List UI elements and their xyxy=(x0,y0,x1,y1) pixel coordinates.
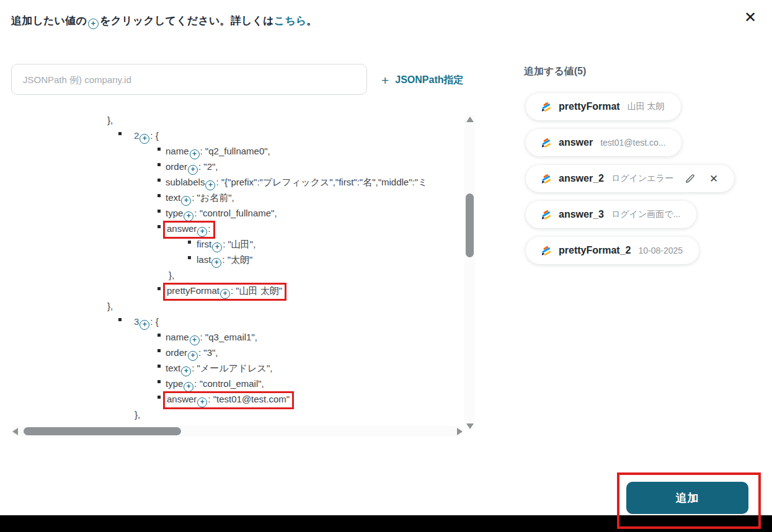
scroll-right-icon[interactable] xyxy=(457,428,463,435)
details-link[interactable]: こちら xyxy=(274,15,307,27)
add-value-icon[interactable]: + xyxy=(184,211,193,221)
jsonpath-specify-button[interactable]: + JSONPath指定 xyxy=(381,71,464,89)
tree-line-index-4: 4+: { xyxy=(0,422,464,425)
title-text-prefix: 追加したい値の xyxy=(11,15,87,27)
value-chip-prettyformat[interactable]: prettyFormat 山田 太朗 xyxy=(526,93,681,120)
title-text-suffix: をクリックしてください。詳しくは xyxy=(100,15,274,27)
scroll-up-icon[interactable] xyxy=(466,117,474,122)
bullet-icon xyxy=(158,365,161,368)
add-value-icon[interactable]: + xyxy=(197,227,207,237)
bullet-icon xyxy=(158,194,161,197)
bullet-icon xyxy=(118,318,122,321)
bullet-icon xyxy=(158,334,161,337)
tree-line-type: type+: "control_email", xyxy=(0,376,464,391)
chip-value: ログインエラー xyxy=(611,173,673,184)
add-value-icon[interactable]: + xyxy=(197,397,207,407)
value-chip-answer-2[interactable]: answer_2 ログインエラー ✕ xyxy=(526,165,734,192)
close-icon[interactable]: ✕ xyxy=(744,10,756,25)
tree-line-order: order+: "3", xyxy=(0,345,464,360)
bullet-icon xyxy=(158,148,161,151)
chip-label: answer_2 xyxy=(559,173,604,184)
edit-pencil-icon[interactable] xyxy=(685,173,696,184)
bullet-icon xyxy=(158,210,161,213)
add-value-icon[interactable]: + xyxy=(184,382,193,392)
add-value-icon[interactable]: + xyxy=(211,258,221,268)
bullet-icon xyxy=(188,256,191,259)
jotform-logo-icon xyxy=(541,102,551,112)
value-chip-prettyformat-2[interactable]: prettyFormat_2 10-08-2025 xyxy=(526,237,699,264)
add-value-icon[interactable]: + xyxy=(190,335,200,345)
chip-value: 山田 太朗 xyxy=(628,101,665,112)
add-value-icon[interactable]: + xyxy=(181,196,191,206)
vertical-scrollbar-thumb[interactable] xyxy=(466,193,474,257)
jotform-logo-icon xyxy=(541,210,551,220)
tree-line-sublabels: sublabels+: "{"prefix":"プレフィックス","first"… xyxy=(0,174,464,190)
add-value-icon[interactable]: + xyxy=(188,351,198,361)
chip-value: 10-08-2025 xyxy=(638,246,683,255)
bullet-icon xyxy=(188,241,191,244)
tree-line-index-3: 3+: { xyxy=(0,314,464,329)
selected-values-header: 追加する値(5) xyxy=(524,65,586,78)
scroll-down-icon[interactable] xyxy=(466,423,474,429)
add-value-icon[interactable]: + xyxy=(181,366,191,376)
tree-line-answer-email-highlighted: answer+: "test01@test.com" xyxy=(0,391,464,407)
add-value-icon[interactable]: + xyxy=(140,134,149,144)
tree-close-brace: }, xyxy=(0,112,464,128)
bullet-icon xyxy=(158,396,161,399)
bullet-icon xyxy=(158,163,161,166)
bullet-icon xyxy=(158,179,161,182)
tree-close-brace: }, xyxy=(0,267,464,283)
add-value-icon[interactable]: + xyxy=(212,242,222,252)
add-value-icon[interactable]: + xyxy=(220,289,230,299)
bullet-icon xyxy=(118,132,122,135)
value-chip-answer[interactable]: answer test01@test.co... xyxy=(526,129,681,156)
tree-line-index-2: 2+: { xyxy=(0,128,464,143)
background-strip xyxy=(0,515,772,532)
json-tree: }, 2+: { name+: "q2_fullname0", order+: … xyxy=(0,112,464,425)
add-value-icon[interactable]: + xyxy=(190,149,200,159)
jotform-logo-icon xyxy=(541,138,551,148)
chip-label: prettyFormat xyxy=(559,101,620,112)
tree-line-name: name+: "q2_fullname0", xyxy=(0,143,464,159)
add-value-icon[interactable]: + xyxy=(188,165,198,175)
annotation-box: answer+: "test01@test.com" xyxy=(163,391,294,409)
jotform-logo-icon xyxy=(541,174,551,184)
tree-line-text: text+: "お名前", xyxy=(0,190,464,205)
tree-line-first: first+: "山田", xyxy=(0,236,464,252)
value-chip-answer-3[interactable]: answer_3 ログイン画面で... xyxy=(526,201,696,228)
tree-line-name: name+: "q3_email1", xyxy=(0,329,464,345)
add-button[interactable]: 追加 xyxy=(626,482,748,514)
horizontal-scrollbar[interactable] xyxy=(11,426,464,437)
chip-label: answer xyxy=(559,137,593,148)
add-value-icon[interactable]: + xyxy=(140,320,149,330)
jsonpath-search-input[interactable] xyxy=(11,64,367,95)
chip-label: prettyFormat_2 xyxy=(559,245,631,256)
circled-plus-icon: + xyxy=(88,19,99,29)
chip-value: test01@test.co... xyxy=(600,138,665,148)
plus-icon: + xyxy=(381,74,389,87)
tree-line-answer-highlighted: answer+: xyxy=(0,221,464,236)
bullet-icon xyxy=(158,287,161,290)
annotation-box: prettyFormat+: "山田 太朗" xyxy=(163,283,286,301)
add-value-icon[interactable]: + xyxy=(205,180,215,190)
tree-line-last: last+: "太朗" xyxy=(0,252,464,267)
chip-value: ログイン画面で... xyxy=(611,209,680,220)
jsonpath-button-label: JSONPath指定 xyxy=(395,74,463,87)
dialog-title: 追加したい値の+をクリックしてください。詳しくはこちら。 xyxy=(11,14,317,29)
tree-line-text: text+: "メールアドレス", xyxy=(0,360,464,376)
bullet-icon xyxy=(158,349,161,352)
tree-line-prettyformat-highlighted: prettyFormat+: "山田 太朗" xyxy=(0,283,464,298)
bullet-icon xyxy=(158,225,161,228)
tree-line-order: order+: "2", xyxy=(0,159,464,174)
remove-chip-icon[interactable]: ✕ xyxy=(709,172,718,185)
horizontal-scrollbar-thumb[interactable] xyxy=(24,427,181,435)
jotform-logo-icon xyxy=(541,246,551,256)
title-period: 。 xyxy=(307,15,317,27)
chip-label: answer_3 xyxy=(559,209,604,220)
tree-line-type: type+: "control_fullname", xyxy=(0,205,464,221)
scroll-left-icon[interactable] xyxy=(12,428,18,435)
vertical-scrollbar[interactable] xyxy=(464,114,475,432)
selected-values-list: prettyFormat 山田 太朗 answer test01@test.co… xyxy=(526,93,734,264)
bullet-icon xyxy=(158,380,161,383)
